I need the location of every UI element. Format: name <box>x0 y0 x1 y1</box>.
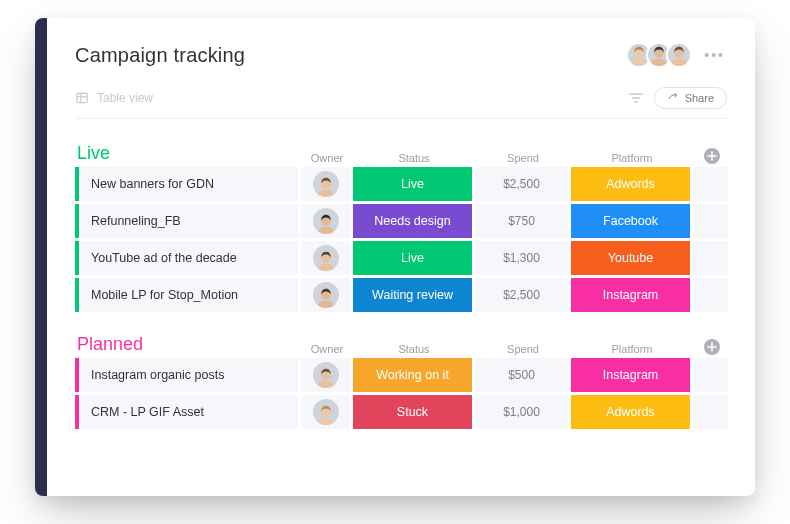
trailing-cell[interactable] <box>693 395 728 429</box>
item-name-cell[interactable]: YouTube ad of the decade <box>75 241 298 275</box>
platform-cell[interactable]: Adwords <box>571 167 690 201</box>
spend-value: $500 <box>508 368 535 382</box>
view-switcher[interactable]: Table view <box>75 91 153 105</box>
platform-cell[interactable]: Instagram <box>571 358 690 392</box>
owner-cell[interactable] <box>301 167 350 201</box>
left-rail <box>35 18 47 496</box>
header: Campaign tracking ••• <box>75 38 727 72</box>
owner-cell[interactable] <box>301 395 350 429</box>
platform-label: Adwords <box>606 177 655 191</box>
person-icon <box>315 286 337 308</box>
group-header: Live Owner Status Spend Platform <box>75 143 727 164</box>
status-cell[interactable]: Needs design <box>353 204 472 238</box>
content-area: Campaign tracking ••• Table view <box>47 18 755 496</box>
share-button[interactable]: Share <box>654 87 727 109</box>
platform-cell[interactable]: Facebook <box>571 204 690 238</box>
toolbar: Table view Share <box>75 84 727 112</box>
spend-value: $1,000 <box>503 405 540 419</box>
table-view-icon <box>75 91 89 105</box>
item-name-cell[interactable]: New banners for GDN <box>75 167 298 201</box>
spend-value: $2,500 <box>503 177 540 191</box>
item-name-cell[interactable]: Refunneling_FB <box>75 204 298 238</box>
spend-cell[interactable]: $750 <box>475 204 568 238</box>
member-avatars[interactable] <box>626 42 692 68</box>
spend-cell[interactable]: $2,500 <box>475 167 568 201</box>
trailing-cell[interactable] <box>693 241 728 275</box>
spend-cell[interactable]: $500 <box>475 358 568 392</box>
group-header: Planned Owner Status Spend Platform <box>75 334 727 355</box>
status-label: Working on it <box>376 368 449 382</box>
trailing-cell[interactable] <box>693 204 728 238</box>
column-add-wrap <box>693 339 731 355</box>
column-header-owner[interactable]: Owner <box>301 152 353 164</box>
status-cell[interactable]: Stuck <box>353 395 472 429</box>
table-row[interactable]: Mobile LP for Stop_Motion Waiting review… <box>75 278 727 312</box>
column-header-status[interactable]: Status <box>353 343 475 355</box>
status-cell[interactable]: Waiting review <box>353 278 472 312</box>
page-title: Campaign tracking <box>75 44 245 67</box>
status-label: Waiting review <box>372 288 453 302</box>
add-column-button[interactable] <box>704 148 720 164</box>
owner-avatar <box>313 399 339 425</box>
spend-cell[interactable]: $2,500 <box>475 278 568 312</box>
owner-cell[interactable] <box>301 278 350 312</box>
person-icon <box>315 212 337 234</box>
filter-icon[interactable] <box>628 92 644 104</box>
table-row[interactable]: YouTube ad of the decade Live $1,300 You… <box>75 241 727 275</box>
status-cell[interactable]: Live <box>353 167 472 201</box>
svg-rect-3 <box>77 93 88 102</box>
column-header-platform[interactable]: Platform <box>571 343 693 355</box>
item-name: Instagram organic posts <box>91 368 224 382</box>
item-name-cell[interactable]: CRM - LP GIF Asset <box>75 395 298 429</box>
item-name-cell[interactable]: Instagram organic posts <box>75 358 298 392</box>
column-add-wrap <box>693 148 731 164</box>
header-right: ••• <box>626 42 727 68</box>
person-icon <box>315 249 337 271</box>
item-name: Refunneling_FB <box>91 214 181 228</box>
owner-avatar <box>313 208 339 234</box>
platform-cell[interactable]: Youtube <box>571 241 690 275</box>
column-header-platform[interactable]: Platform <box>571 152 693 164</box>
app-window: Campaign tracking ••• Table view <box>35 18 755 496</box>
trailing-cell[interactable] <box>693 167 728 201</box>
column-header-status[interactable]: Status <box>353 152 475 164</box>
status-label: Live <box>401 251 424 265</box>
spend-cell[interactable]: $1,000 <box>475 395 568 429</box>
owner-avatar <box>313 362 339 388</box>
member-avatar[interactable] <box>666 42 692 68</box>
status-label: Needs design <box>374 214 450 228</box>
column-header-spend[interactable]: Spend <box>475 343 571 355</box>
item-name: CRM - LP GIF Asset <box>91 405 204 419</box>
platform-cell[interactable]: Instagram <box>571 278 690 312</box>
owner-cell[interactable] <box>301 241 350 275</box>
person-icon <box>315 403 337 425</box>
add-column-button[interactable] <box>704 339 720 355</box>
spend-cell[interactable]: $1,300 <box>475 241 568 275</box>
group-title[interactable]: Live <box>75 143 301 164</box>
table-row[interactable]: New banners for GDN Live $2,500 Adwords <box>75 167 727 201</box>
owner-cell[interactable] <box>301 204 350 238</box>
status-cell[interactable]: Working on it <box>353 358 472 392</box>
table-row[interactable]: Instagram organic posts Working on it $5… <box>75 358 727 392</box>
item-name: New banners for GDN <box>91 177 214 191</box>
item-name-cell[interactable]: Mobile LP for Stop_Motion <box>75 278 298 312</box>
view-label: Table view <box>97 91 153 105</box>
plus-icon <box>707 151 717 161</box>
table-row[interactable]: CRM - LP GIF Asset Stuck $1,000 Adwords <box>75 395 727 429</box>
more-menu-button[interactable]: ••• <box>702 47 727 63</box>
platform-label: Instagram <box>603 368 659 382</box>
trailing-cell[interactable] <box>693 358 728 392</box>
status-cell[interactable]: Live <box>353 241 472 275</box>
status-label: Live <box>401 177 424 191</box>
trailing-cell[interactable] <box>693 278 728 312</box>
person-icon <box>315 366 337 388</box>
platform-label: Youtube <box>608 251 653 265</box>
column-header-spend[interactable]: Spend <box>475 152 571 164</box>
spend-value: $750 <box>508 214 535 228</box>
owner-cell[interactable] <box>301 358 350 392</box>
platform-cell[interactable]: Adwords <box>571 395 690 429</box>
share-label: Share <box>685 92 714 104</box>
column-header-owner[interactable]: Owner <box>301 343 353 355</box>
group-title[interactable]: Planned <box>75 334 301 355</box>
table-row[interactable]: Refunneling_FB Needs design $750 Faceboo… <box>75 204 727 238</box>
